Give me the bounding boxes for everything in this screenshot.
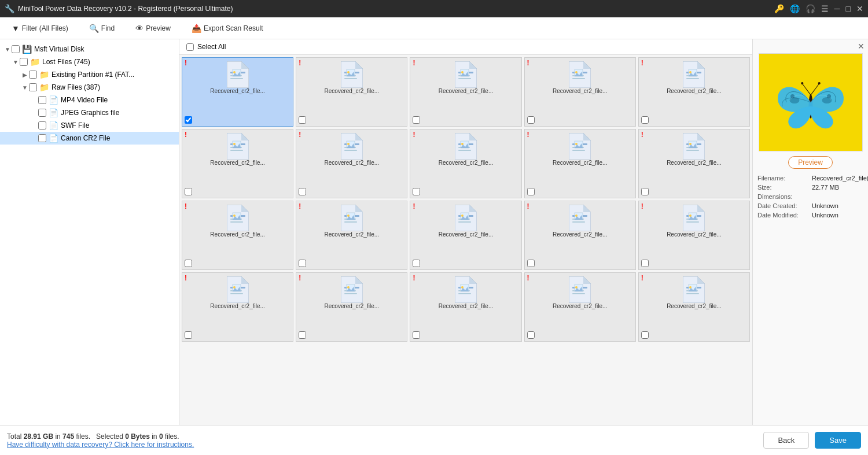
- preview-button[interactable]: Preview: [788, 156, 833, 169]
- maximize-button[interactable]: □: [846, 4, 851, 13]
- svg-rect-116: [344, 293, 357, 294]
- left-panel: ▼💾Msft Virtual Disk▼📁Lost Files (745)▶📁E…: [0, 39, 179, 425]
- file-cell[interactable]: ! Recovered_cr2_file...: [410, 201, 521, 270]
- file-cell[interactable]: ! Recovered_cr2_file...: [638, 129, 750, 198]
- svg-point-48: [347, 143, 350, 145]
- file-cell[interactable]: ! Recovered_cr2_file...: [410, 57, 521, 127]
- file-cell[interactable]: ! Recovered_cr2_file...: [182, 272, 293, 342]
- tree-item-swf-file[interactable]: 📄SWF File: [0, 119, 179, 132]
- filename-row: Filename: Recovered_cr2_file(2).cr2: [757, 175, 863, 182]
- svg-rect-60: [572, 150, 585, 151]
- file-checkbox[interactable]: [413, 331, 420, 339]
- tree-item-canon-cr2[interactable]: 📄Canon CR2 File: [0, 132, 179, 145]
- filter-label: Filter (All Files): [22, 24, 68, 32]
- file-icon: [341, 205, 363, 231]
- minimize-button[interactable]: ─: [834, 4, 840, 13]
- find-button[interactable]: 🔍 Find: [84, 21, 119, 35]
- preview-toolbar-button[interactable]: 👁 Preview: [131, 21, 175, 35]
- file-checkbox[interactable]: [185, 260, 192, 267]
- tree-checkbox-raw-files[interactable]: [29, 83, 37, 91]
- file-checkbox[interactable]: [413, 116, 420, 124]
- tree-item-raw-files[interactable]: ▼📁Raw Files (387): [0, 81, 179, 94]
- file-checkbox[interactable]: [527, 116, 535, 124]
- svg-rect-18: [458, 78, 471, 79]
- file-icon: [455, 133, 477, 160]
- key-icon: 🔑: [774, 4, 784, 13]
- file-cell[interactable]: ! Recovered_cr2_file...: [410, 272, 521, 342]
- file-cell[interactable]: ! Recovered_cr2_file...: [296, 272, 407, 342]
- tree-checkbox-existing-partition[interactable]: [29, 71, 37, 79]
- file-cell[interactable]: ! Recovered_cr2_file...: [296, 57, 407, 127]
- file-checkbox[interactable]: [641, 331, 649, 339]
- tree-item-msft-disk[interactable]: ▼💾Msft Virtual Disk: [0, 43, 179, 56]
- svg-rect-123: [458, 293, 471, 294]
- file-cell[interactable]: ! Recovered_cr2_file...: [410, 129, 521, 198]
- file-cell[interactable]: ! Recovered_cr2_file...: [524, 201, 636, 270]
- title-bar-title: MiniTool Power Data Recovery v10.2 - Reg…: [18, 5, 233, 13]
- menu-icon[interactable]: ☰: [821, 4, 829, 13]
- file-checkbox[interactable]: [413, 260, 420, 267]
- file-cell[interactable]: ! Recovered_cr2_file...: [182, 129, 293, 198]
- file-cell[interactable]: ! Recovered_cr2_file...: [182, 57, 293, 127]
- file-cell[interactable]: ! Recovered_cr2_file...: [524, 57, 636, 127]
- file-cell[interactable]: ! Recovered_cr2_file...: [638, 201, 750, 270]
- file-checkbox[interactable]: [641, 188, 649, 195]
- file-checkbox[interactable]: [185, 116, 192, 124]
- file-name: Recovered_cr2_file...: [325, 303, 380, 309]
- file-checkbox[interactable]: [641, 116, 649, 124]
- tree-checkbox-msft-disk[interactable]: [12, 45, 20, 53]
- filter-button[interactable]: ▼ Filter (All Files): [7, 21, 73, 35]
- file-checkbox[interactable]: [527, 331, 535, 339]
- file-checkbox[interactable]: [641, 260, 649, 267]
- file-checkbox[interactable]: [527, 188, 535, 195]
- file-checkbox[interactable]: [299, 116, 306, 124]
- file-name: Recovered_cr2_file...: [325, 160, 380, 166]
- file-cell[interactable]: ! Recovered_cr2_file...: [638, 57, 750, 127]
- file-checkbox[interactable]: [185, 188, 192, 195]
- file-checkbox[interactable]: [299, 331, 306, 339]
- close-preview-button[interactable]: ✕: [858, 42, 865, 51]
- file-icon: [683, 205, 705, 231]
- file-name: Recovered_cr2_file...: [553, 88, 608, 94]
- save-button[interactable]: Save: [815, 432, 861, 449]
- status-left: Total 28.91 GB in 745 files. Selected 0 …: [7, 432, 194, 449]
- file-cell[interactable]: ! Recovered_cr2_file...: [524, 129, 636, 198]
- file-checkbox[interactable]: [185, 331, 192, 339]
- file-grid-container[interactable]: ! Recovered_cr2_file...!: [179, 55, 752, 425]
- file-checkbox[interactable]: [299, 260, 306, 267]
- select-all-checkbox[interactable]: [186, 43, 194, 51]
- file-icon: [455, 276, 477, 303]
- tree-checkbox-mp4-video[interactable]: [38, 96, 46, 104]
- svg-point-146: [801, 82, 803, 84]
- status-text: Total 28.91 GB in 745 files. Selected 0 …: [7, 432, 194, 441]
- tree-icon-swf-file: 📄: [49, 121, 58, 130]
- svg-marker-127: [583, 276, 591, 284]
- filename-label: Filename:: [757, 175, 810, 182]
- tree-item-mp4-video[interactable]: 📄MP4 Video File: [0, 94, 179, 106]
- svg-point-144: [827, 94, 831, 98]
- tree-item-jpeg-graphics[interactable]: 📄JPEG Graphics file: [0, 106, 179, 119]
- file-cell[interactable]: ! Recovered_cr2_file...: [638, 272, 750, 342]
- export-button[interactable]: 📤 Export Scan Result: [187, 21, 268, 35]
- close-button[interactable]: ✕: [856, 4, 863, 13]
- file-checkbox[interactable]: [413, 188, 420, 195]
- tree-checkbox-jpeg-graphics[interactable]: [38, 109, 46, 117]
- tree-checkbox-swf-file[interactable]: [38, 121, 46, 130]
- svg-rect-67: [686, 150, 699, 151]
- back-button[interactable]: Back: [763, 432, 809, 449]
- file-checkbox[interactable]: [299, 188, 306, 195]
- file-name: Recovered_cr2_file...: [439, 303, 494, 309]
- tree-checkbox-canon-cr2[interactable]: [38, 134, 46, 142]
- tree-label-msft-disk: Msft Virtual Disk: [34, 45, 84, 53]
- file-cell[interactable]: ! Recovered_cr2_file...: [296, 129, 407, 198]
- tree-checkbox-lost-files[interactable]: [20, 58, 28, 66]
- tree-item-existing-partition[interactable]: ▶📁Existing Partition #1 (FAT...: [0, 68, 179, 81]
- tree-item-lost-files[interactable]: ▼📁Lost Files (745): [0, 56, 179, 68]
- status-bar: Total 28.91 GB in 745 files. Selected 0 …: [0, 425, 868, 455]
- file-cell[interactable]: ! Recovered_cr2_file...: [524, 272, 636, 342]
- file-cell[interactable]: ! Recovered_cr2_file...: [182, 201, 293, 270]
- file-cell[interactable]: ! Recovered_cr2_file...: [296, 201, 407, 270]
- help-link[interactable]: Have difficulty with data recovery? Clic…: [7, 441, 194, 449]
- file-checkbox[interactable]: [527, 260, 535, 267]
- svg-rect-46: [344, 150, 357, 151]
